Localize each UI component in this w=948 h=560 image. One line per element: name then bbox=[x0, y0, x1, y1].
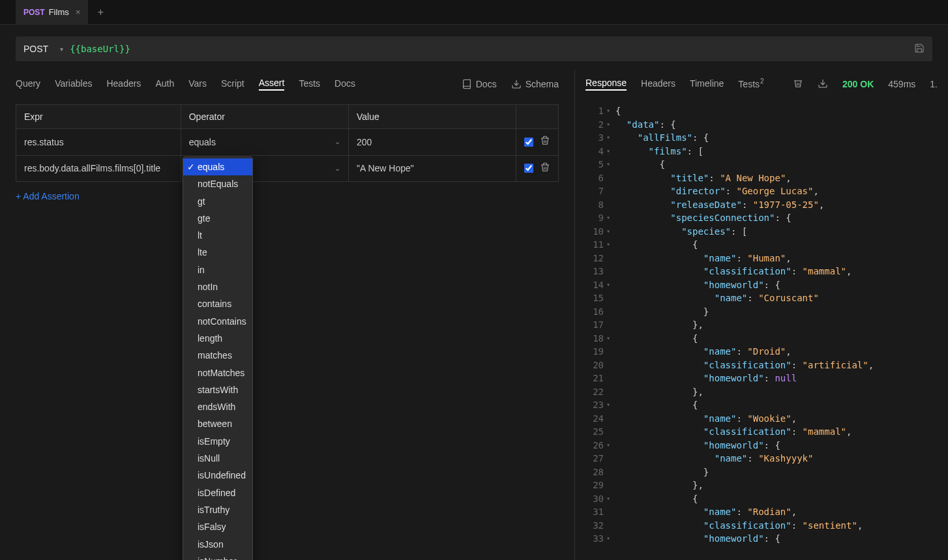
operator-option-isFalsy[interactable]: isFalsy bbox=[183, 518, 252, 535]
schema-link[interactable]: Schema bbox=[511, 79, 559, 89]
tab-auth[interactable]: Auth bbox=[155, 78, 174, 90]
operator-option-isTruthy[interactable]: isTruthy bbox=[183, 501, 252, 518]
resp-tab-headers[interactable]: Headers bbox=[641, 78, 675, 90]
json-line: 17 }, bbox=[575, 318, 948, 332]
json-line: 1▾{ bbox=[575, 104, 948, 118]
operator-option-lte[interactable]: lte bbox=[183, 244, 252, 261]
col-expr: Expr bbox=[16, 105, 181, 129]
fold-toggle[interactable]: ▾ bbox=[606, 439, 615, 452]
response-time: 459ms bbox=[888, 79, 915, 89]
tab-vars[interactable]: Vars bbox=[188, 78, 207, 90]
json-line: 20 "classification": "artificial", bbox=[575, 359, 948, 372]
operator-option-isUndefined[interactable]: isUndefined bbox=[183, 467, 252, 484]
expr-cell[interactable]: res.body.data.allFilms.films[0].title bbox=[16, 155, 181, 182]
fold-toggle[interactable]: ▾ bbox=[606, 118, 615, 132]
json-line: 21 "homeworld": null bbox=[575, 372, 948, 385]
trash-icon[interactable] bbox=[540, 162, 550, 175]
operator-option-length[interactable]: length bbox=[183, 330, 252, 347]
json-line: 25 "classification": "mammal", bbox=[575, 425, 948, 439]
json-line: 32 "classification": "sentient", bbox=[575, 519, 948, 533]
tab-variables[interactable]: Variables bbox=[55, 78, 92, 90]
operator-cell[interactable]: equals⌄ bbox=[181, 129, 348, 156]
fold-toggle[interactable]: ▾ bbox=[606, 145, 615, 158]
clear-response-icon[interactable] bbox=[793, 78, 803, 91]
json-line: 4▾ "films": [ bbox=[575, 145, 948, 158]
json-line: 13 "classification": "mammal", bbox=[575, 265, 948, 278]
status-code: 200 OK bbox=[842, 79, 874, 89]
expr-cell[interactable]: res.status bbox=[16, 129, 181, 156]
operator-option-in[interactable]: in bbox=[183, 261, 252, 278]
method-select[interactable]: POST bbox=[23, 44, 48, 54]
json-line: 12 "name": "Human", bbox=[575, 252, 948, 265]
operator-option-startsWith[interactable]: startsWith bbox=[183, 381, 252, 398]
operator-option-isJson[interactable]: isJson bbox=[183, 536, 252, 553]
chevron-down-icon: ⌄ bbox=[334, 164, 340, 173]
fold-toggle[interactable]: ▾ bbox=[606, 131, 615, 145]
value-cell[interactable]: "A New Hope" bbox=[348, 155, 516, 182]
chevron-down-icon[interactable]: ▾ bbox=[60, 46, 63, 53]
fold-toggle[interactable]: ▾ bbox=[606, 104, 615, 118]
resp-tab-timeline[interactable]: Timeline bbox=[690, 78, 724, 90]
table-row: res.body.data.allFilms.films[0].titleequ… bbox=[16, 155, 559, 182]
json-line: 29 }, bbox=[575, 479, 948, 492]
operator-option-gt[interactable]: gt bbox=[183, 193, 252, 210]
docs-link[interactable]: Docs bbox=[462, 79, 497, 89]
operator-dropdown[interactable]: equalsnotEqualsgtgteltlteinnotIncontains… bbox=[183, 156, 253, 560]
fold-toggle[interactable]: ▾ bbox=[606, 158, 615, 171]
operator-option-equals[interactable]: equals bbox=[183, 158, 252, 175]
add-assertion-button[interactable]: + Add Assertion bbox=[16, 191, 80, 201]
tab-query[interactable]: Query bbox=[16, 78, 40, 90]
schema-link-label: Schema bbox=[526, 79, 559, 89]
operator-option-endsWith[interactable]: endsWith bbox=[183, 398, 252, 415]
tab-docs[interactable]: Docs bbox=[334, 78, 355, 90]
operator-option-notIn[interactable]: notIn bbox=[183, 278, 252, 295]
url-input[interactable]: {{baseUrl}} bbox=[70, 44, 130, 54]
json-line: 19 "name": "Droid", bbox=[575, 345, 948, 359]
operator-option-contains[interactable]: contains bbox=[183, 295, 252, 312]
fold-toggle[interactable]: ▾ bbox=[606, 278, 615, 292]
tab-script[interactable]: Script bbox=[221, 78, 244, 90]
enable-checkbox[interactable] bbox=[524, 138, 533, 147]
operator-option-matches[interactable]: matches bbox=[183, 347, 252, 364]
fold-toggle[interactable]: ▾ bbox=[606, 398, 615, 412]
tab-assert[interactable]: Assert bbox=[259, 78, 285, 91]
response-body[interactable]: 1▾{2▾ "data": {3▾ "allFilms": {4▾ "films… bbox=[575, 98, 948, 560]
operator-option-isNull[interactable]: isNull bbox=[183, 450, 252, 467]
fold-toggle[interactable]: ▾ bbox=[606, 225, 615, 239]
save-icon[interactable] bbox=[914, 43, 925, 55]
fold-toggle[interactable]: ▾ bbox=[606, 332, 615, 346]
operator-option-isEmpty[interactable]: isEmpty bbox=[183, 433, 252, 450]
operator-option-isDefined[interactable]: isDefined bbox=[183, 484, 252, 501]
download-response-icon[interactable] bbox=[818, 78, 828, 91]
operator-option-notEquals[interactable]: notEquals bbox=[183, 175, 252, 192]
enable-checkbox[interactable] bbox=[524, 164, 533, 173]
value-cell[interactable]: 200 bbox=[348, 129, 516, 156]
json-line: 33▾ "homeworld": { bbox=[575, 532, 948, 546]
operator-option-notContains[interactable]: notContains bbox=[183, 313, 252, 330]
resp-tab-response[interactable]: Response bbox=[585, 78, 627, 91]
response-tabs: ResponseHeadersTimelineTests2 200 OK 459… bbox=[575, 70, 948, 98]
fold-toggle[interactable]: ▾ bbox=[606, 211, 615, 225]
fold-toggle[interactable]: ▾ bbox=[606, 238, 615, 252]
resp-tab-tests[interactable]: Tests2 bbox=[738, 78, 763, 91]
json-line: 11▾ { bbox=[575, 238, 948, 252]
add-tab-button[interactable]: + bbox=[88, 0, 113, 25]
json-line: 8 "releaseDate": "1977-05-25", bbox=[575, 198, 948, 212]
url-bar[interactable]: POST ▾ {{baseUrl}} bbox=[16, 37, 932, 61]
operator-option-isNumber[interactable]: isNumber bbox=[183, 553, 252, 560]
assert-panel: Expr Operator Value res.statusequals⌄200… bbox=[0, 98, 574, 201]
operator-option-lt[interactable]: lt bbox=[183, 227, 252, 244]
operator-option-gte[interactable]: gte bbox=[183, 210, 252, 227]
close-icon[interactable]: × bbox=[76, 7, 81, 17]
json-line: 31 "name": "Rodian", bbox=[575, 505, 948, 519]
operator-option-notMatches[interactable]: notMatches bbox=[183, 364, 252, 381]
fold-toggle[interactable]: ▾ bbox=[606, 492, 615, 506]
fold-toggle[interactable]: ▾ bbox=[606, 532, 615, 546]
request-tab[interactable]: POST Films × bbox=[16, 0, 88, 25]
tab-headers[interactable]: Headers bbox=[106, 78, 141, 90]
trash-icon[interactable] bbox=[540, 136, 550, 148]
operator-option-between[interactable]: between bbox=[183, 415, 252, 432]
tab-tests[interactable]: Tests bbox=[299, 78, 320, 90]
json-line: 27 "name": "Kashyyyk" bbox=[575, 452, 948, 465]
json-line: 15 "name": "Coruscant" bbox=[575, 291, 948, 305]
